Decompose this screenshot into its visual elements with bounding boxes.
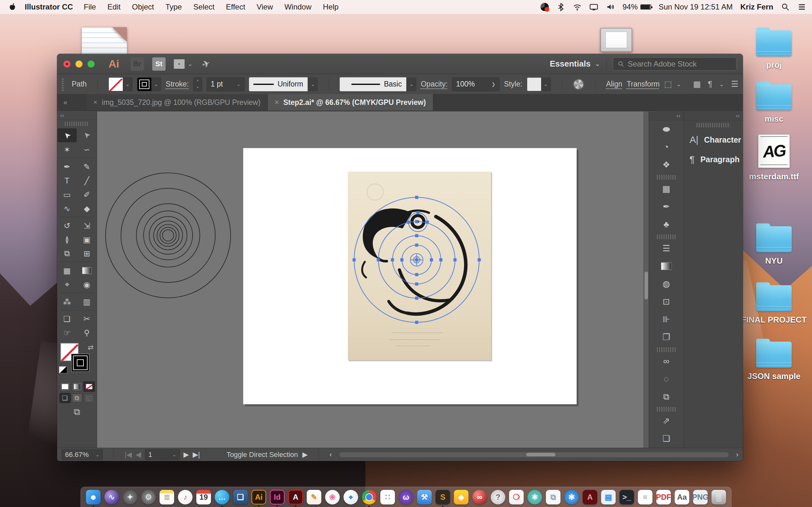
menu-item[interactable]: Effect — [226, 3, 245, 11]
transform-panel-link[interactable]: Transform — [627, 80, 660, 89]
photos-dock-icon[interactable]: ❀ — [325, 490, 340, 504]
gradient-button[interactable] — [72, 382, 82, 391]
opacity-panel-link[interactable]: Opacity: — [421, 80, 448, 89]
notification-center-icon[interactable] — [798, 3, 806, 11]
status-app-icon[interactable] — [541, 3, 549, 11]
mesh-tool[interactable]: ▦ — [57, 264, 77, 278]
align-panel-link[interactable]: Align — [606, 80, 622, 89]
direct-selection-tool[interactable]: ➤ — [77, 128, 97, 142]
indesign-dock-icon[interactable]: Id — [270, 490, 285, 504]
png-file-dock-icon[interactable]: PNG — [693, 490, 708, 504]
type-panel-grip[interactable] — [697, 123, 730, 127]
sep-1[interactable] — [649, 174, 683, 180]
system-preferences-dock-icon[interactable]: ⚙ — [141, 490, 156, 504]
sep-4[interactable] — [649, 406, 683, 412]
launchpad-dock-icon[interactable]: ✦ — [123, 490, 137, 504]
line-segment-tool[interactable]: ╱ — [77, 174, 97, 187]
github-dock-icon[interactable]: ω — [399, 490, 413, 504]
messages-dock-icon[interactable]: … — [215, 490, 229, 504]
menu-item[interactable]: Select — [193, 3, 214, 11]
transparency-panel-icon[interactable]: ◍ — [649, 275, 683, 293]
draw-normal-button[interactable]: ❏ — [60, 394, 70, 402]
brush-definition-control[interactable]: Basic⌄ — [340, 77, 416, 91]
stroke-panel-icon[interactable]: ☰ — [649, 239, 683, 257]
color-panel-icon[interactable]: ⬬ — [649, 120, 683, 138]
perspective-grid-tool[interactable]: ⊞ — [77, 246, 97, 261]
stroke-weight-select[interactable]: 1 pt⌄ — [206, 77, 245, 91]
siri-dock-icon[interactable]: ∿ — [104, 490, 119, 504]
draw-inside-button[interactable]: ◱ — [84, 394, 94, 402]
zoom-button[interactable] — [88, 60, 95, 67]
adobe-cc-dock-icon[interactable]: ∞ — [472, 490, 487, 504]
sketch-dock-icon[interactable]: ◆ — [454, 490, 468, 504]
adobe-stock-search[interactable] — [613, 57, 737, 71]
sublime-text-dock-icon[interactable]: S — [436, 490, 450, 504]
export-panel-icon[interactable]: ⇗ — [649, 412, 683, 430]
placed-photo[interactable] — [348, 172, 491, 360]
close-tab-icon[interactable]: × — [275, 98, 279, 107]
stock-search-input[interactable] — [628, 60, 732, 68]
final-project-folder[interactable]: FINAL PROJECT — [739, 285, 809, 325]
wifi-icon[interactable] — [573, 3, 582, 11]
tools-panel-grip[interactable] — [65, 122, 89, 126]
pen-tool[interactable]: ✒ — [57, 160, 77, 174]
symbol-sprayer-tool[interactable]: ⁂ — [57, 295, 77, 308]
airplay-display-icon[interactable] — [589, 3, 598, 11]
notes-dock-icon[interactable]: ≣ — [159, 490, 174, 504]
free-transform-tool[interactable]: ▣ — [77, 233, 97, 246]
misc-folder[interactable]: misc — [739, 84, 809, 124]
terminal-dock-icon[interactable]: >_ — [619, 490, 634, 504]
tab-step2[interactable]: × Step2.ai* @ 66.67% (CMYK/GPU Preview) — [268, 94, 433, 111]
color-themes-panel-icon[interactable]: ❖ — [649, 156, 683, 174]
swap-fill-stroke-icon[interactable]: ⇄ — [88, 343, 94, 352]
panel-dock-header[interactable]: ‹‹ — [649, 112, 683, 120]
stroke-color-control[interactable]: ⌄ — [137, 77, 161, 91]
color-guide-panel-icon[interactable]: ◔ — [649, 138, 683, 156]
stroke-panel-link[interactable]: Stroke: — [165, 80, 189, 89]
control-panel-menu-icon[interactable]: ☰ — [731, 79, 739, 89]
atom-dock-icon[interactable]: ⚛ — [527, 490, 542, 504]
scale-tool[interactable]: ⇲ — [77, 219, 97, 233]
minimize-button[interactable] — [75, 60, 83, 67]
zoom-tool[interactable]: ⚲ — [77, 326, 97, 340]
align-panel-icon[interactable]: ⊪ — [649, 311, 683, 328]
pdf-doc-dock-icon[interactable]: PDF — [656, 490, 671, 504]
calendar-dock-icon[interactable]: 19 — [196, 490, 211, 504]
none-button[interactable] — [84, 382, 94, 391]
arrange-grid-icon[interactable]: ▦ — [693, 79, 701, 89]
selection-tool[interactable]: ➤ — [57, 128, 77, 142]
menu-item[interactable]: Object — [132, 3, 154, 11]
tools-panel-header[interactable]: ‹‹ — [57, 112, 97, 120]
finder-dock-icon[interactable]: ☻ — [86, 490, 101, 504]
workspace-switcher[interactable]: Essentials ⌄ — [550, 59, 600, 69]
divider-3[interactable] — [57, 261, 97, 264]
gradient-panel-icon[interactable] — [649, 257, 683, 275]
arrange-documents-button[interactable]: ⌄ — [174, 59, 193, 69]
menu-clock[interactable]: Sun Nov 19 12:51 AM — [659, 3, 733, 11]
gradient-tool[interactable] — [77, 264, 97, 278]
opacity-select[interactable]: 100%❯ — [452, 77, 500, 91]
control-bar-grip[interactable] — [61, 78, 64, 91]
divider-4[interactable] — [57, 291, 97, 295]
textedit-dock-icon[interactable]: ▤ — [601, 490, 616, 504]
draw-behind-button[interactable]: ⧉ — [72, 394, 82, 402]
swatches-panel-icon[interactable]: ▦ — [649, 180, 683, 198]
graphic-style-control[interactable]: ⌄ — [527, 77, 551, 91]
stroke-profile-control[interactable]: Uniform⌄ — [249, 77, 318, 91]
minimized-window-thumbnail[interactable] — [600, 28, 632, 52]
adobe-stock-button[interactable]: St — [152, 57, 165, 71]
illustrator-dock-icon[interactable]: Ai — [252, 490, 266, 504]
last-artboard-button[interactable]: ▶| — [193, 451, 200, 459]
window-titlebar[interactable]: Ai Br St ⌄ ✈ Essentials ⌄ — [57, 54, 743, 74]
default-fill-stroke-icon[interactable] — [59, 366, 67, 373]
paragraph-panel-item[interactable]: ¶ Paragraph — [684, 150, 743, 169]
scroll-right-icon[interactable]: › — [736, 451, 739, 459]
width-tool[interactable]: ≬ — [57, 233, 77, 246]
battery-indicator[interactable]: 94% — [622, 3, 651, 11]
canvas-area[interactable] — [97, 112, 644, 448]
zoom-level-select[interactable]: 66.67% ⌄ — [61, 449, 103, 460]
shaper-tool[interactable]: ∿ — [57, 202, 77, 216]
vertical-scrollbar[interactable] — [644, 112, 649, 448]
magic-wand-tool[interactable]: ✶ — [57, 143, 77, 157]
tab-img-5035[interactable]: × img_5035_720.jpg @ 100% (RGB/GPU Previ… — [86, 94, 268, 111]
